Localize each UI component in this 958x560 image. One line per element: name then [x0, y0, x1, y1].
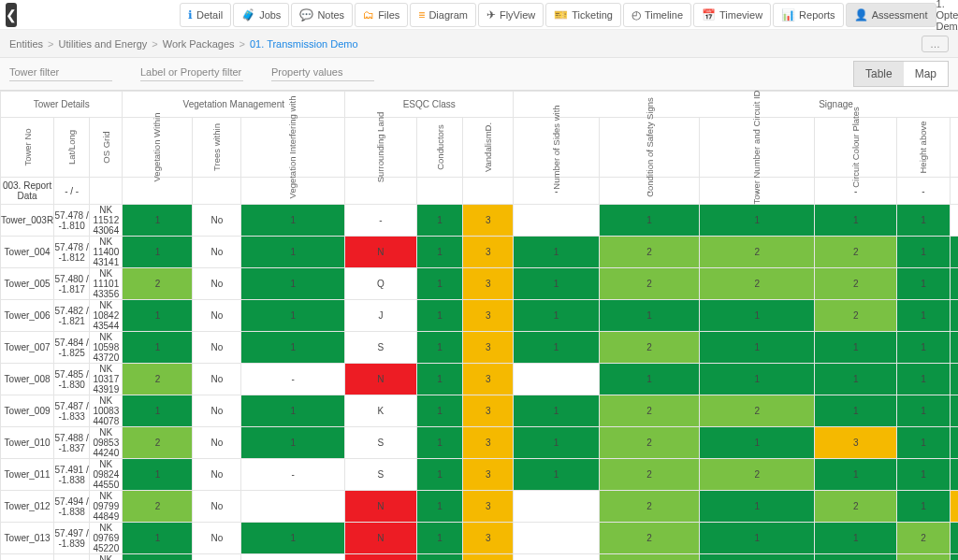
table-row[interactable]: Tower_01257.494 / -1.838NK 09799 448492N… [1, 491, 959, 523]
cell[interactable]: 1 [416, 300, 463, 332]
cell[interactable] [514, 364, 599, 395]
table-row[interactable]: Tower_01457.499 / -1.838NK 09798 454631N… [1, 554, 959, 561]
cell[interactable]: 2 [599, 427, 700, 459]
cell[interactable]: 1 [416, 332, 463, 364]
table-row[interactable]: Tower_003R57.478 / -1.810NK 11512 430641… [1, 205, 959, 237]
cell[interactable] [463, 178, 514, 205]
cell[interactable]: 2 [700, 237, 815, 268]
cell[interactable]: - [950, 178, 958, 205]
cell[interactable]: 1 [416, 395, 463, 427]
cell[interactable]: 1 [700, 364, 815, 395]
cell[interactable]: - [241, 459, 345, 491]
breadcrumb[interactable]: Entities [9, 38, 43, 50]
cell[interactable]: No [193, 554, 241, 561]
cell[interactable]: 1 [700, 523, 815, 554]
cell[interactable]: 3 [463, 364, 514, 395]
cell[interactable]: 2 [123, 491, 193, 523]
cell[interactable]: S [345, 332, 417, 364]
cell[interactable] [514, 523, 599, 554]
cell[interactable]: 1 [241, 237, 345, 268]
cell[interactable]: 1 [514, 332, 599, 364]
cell[interactable]: 2 [815, 300, 897, 332]
cell[interactable]: 1 [896, 332, 950, 364]
cell[interactable]: 2 [815, 268, 897, 300]
cell[interactable]: 1 [241, 332, 345, 364]
tab-jobs[interactable]: 🧳Jobs [233, 3, 289, 27]
cell[interactable]: 3 [950, 491, 958, 523]
tab-files[interactable]: 🗂Files [355, 3, 408, 27]
cell[interactable]: 3 [463, 237, 514, 268]
cell[interactable]: 2 [599, 332, 700, 364]
table-row[interactable]: Tower_01357.497 / -1.839NK 09769 452201N… [1, 523, 959, 554]
cell[interactable]: 3 [463, 523, 514, 554]
breadcrumb[interactable]: Work Packages [163, 38, 235, 50]
cell[interactable]: 3 [463, 427, 514, 459]
table-row[interactable]: Tower_00457.478 / -1.812NK 11400 431411N… [1, 237, 959, 268]
cell[interactable]: N [345, 554, 417, 561]
cell[interactable]: No [193, 427, 241, 459]
label-filter[interactable]: Label or Property filter [140, 66, 243, 81]
tower-no[interactable]: Tower_010 [1, 427, 54, 459]
tower-no[interactable]: Tower_009 [1, 395, 54, 427]
cell[interactable]: 1 [123, 332, 193, 364]
tab-flyview[interactable]: ✈FlyView [478, 3, 544, 27]
cell[interactable]: 1 [896, 205, 950, 237]
cell[interactable]: 1 [416, 459, 463, 491]
cell[interactable]: - [345, 205, 417, 237]
cell[interactable]: No [193, 459, 241, 491]
table-row[interactable]: Tower_00657.482 / -1.821NK 10842 435441N… [1, 300, 959, 332]
cell[interactable] [241, 491, 345, 523]
cell[interactable]: 3 [463, 332, 514, 364]
back-button[interactable]: ❮ [6, 3, 17, 27]
cell[interactable]: 2 [896, 523, 950, 554]
cell[interactable]: 3 [463, 395, 514, 427]
cell[interactable] [514, 205, 599, 237]
cell[interactable]: 1 [123, 523, 193, 554]
cell[interactable]: 3 [463, 491, 514, 523]
cell[interactable] [514, 554, 599, 561]
cell[interactable]: 1 [514, 395, 599, 427]
cell[interactable]: 1 [514, 427, 599, 459]
cell[interactable]: 1 [896, 300, 950, 332]
cell[interactable]: 2 [123, 268, 193, 300]
table-row[interactable]: Tower_01057.488 / -1.837NK 09853 442402N… [1, 427, 959, 459]
tower-no[interactable]: Tower_012 [1, 491, 54, 523]
cell[interactable]: 2 [599, 237, 700, 268]
cell[interactable]: 1 [700, 300, 815, 332]
tower-no[interactable]: Tower_013 [1, 523, 54, 554]
cell[interactable]: 2 [123, 427, 193, 459]
cell[interactable]: 1 [815, 332, 897, 364]
tower-no[interactable]: Tower_006 [1, 300, 54, 332]
cell[interactable]: - [241, 364, 345, 395]
cell[interactable]: 3 [463, 300, 514, 332]
cell[interactable]: No [193, 268, 241, 300]
table-row[interactable]: Tower_00857.485 / -1.830NK 10317 439192N… [1, 364, 959, 395]
cell[interactable]: - [896, 178, 950, 205]
cell[interactable]: 2 [123, 364, 193, 395]
cell[interactable]: 1 [700, 205, 815, 237]
cell[interactable]: 1 [815, 459, 897, 491]
breadcrumb[interactable]: Utilities and Energy [59, 38, 148, 50]
cell[interactable]: 1 [950, 300, 958, 332]
cell[interactable]: 1 [123, 459, 193, 491]
cell[interactable]: 2 [815, 237, 897, 268]
cell[interactable]: 3 [815, 427, 897, 459]
cell[interactable]: 2 [896, 554, 950, 561]
cell[interactable]: 1 [700, 427, 815, 459]
cell[interactable]: 1 [123, 300, 193, 332]
cell[interactable]: 2 [599, 523, 700, 554]
cell[interactable]: 1 [815, 395, 897, 427]
cell[interactable]: No [193, 364, 241, 395]
cell[interactable] [514, 491, 599, 523]
cell[interactable]: 1 [950, 459, 958, 491]
tower-no[interactable]: 003. Report Data [1, 178, 54, 205]
cell[interactable]: No [193, 300, 241, 332]
cell[interactable]: Q [345, 268, 417, 300]
tower-no[interactable]: Tower_014 [1, 554, 54, 561]
cell[interactable]: 1 [241, 300, 345, 332]
cell[interactable]: 1 [896, 395, 950, 427]
cell[interactable]: No [193, 395, 241, 427]
tower-no[interactable]: Tower_005 [1, 268, 54, 300]
cell[interactable]: N [345, 364, 417, 395]
values-filter[interactable]: Property values [271, 66, 374, 81]
